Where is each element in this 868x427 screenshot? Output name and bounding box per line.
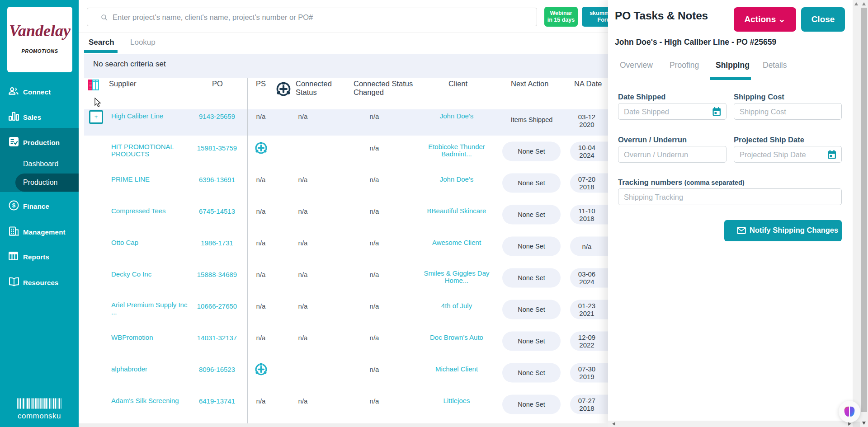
svg-text:$: $ — [12, 202, 16, 209]
